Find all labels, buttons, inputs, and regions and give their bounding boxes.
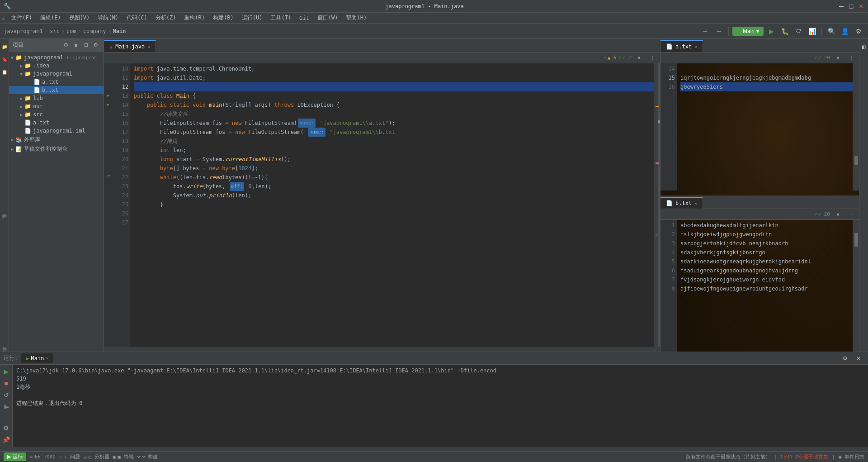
right-sidebar-btn-1[interactable]: ◧ bbox=[858, 41, 868, 52]
bottom-close-btn[interactable]: ✕ bbox=[853, 352, 864, 364]
menu-help[interactable]: 帮助(H) bbox=[342, 13, 370, 23]
profile-button[interactable]: 👤 bbox=[839, 25, 851, 37]
tree-item-atxt-root[interactable]: ▶ 📄 a.txt bbox=[9, 119, 104, 127]
btxt-more-btn[interactable]: ⋮ bbox=[845, 209, 857, 220]
bottom-h-scrollbar[interactable] bbox=[0, 447, 868, 451]
terminal-button[interactable]: ▣ ▣ 终端 bbox=[113, 453, 134, 460]
menu-tools[interactable]: 工具(T) bbox=[267, 13, 295, 23]
gutter-debug-22[interactable]: 🛡 bbox=[104, 172, 112, 181]
menu-refactor[interactable]: 重构(R) bbox=[180, 13, 208, 23]
atxt-expand-btn[interactable]: ∧ bbox=[832, 52, 844, 64]
coverage-button[interactable]: 🛡 bbox=[793, 25, 804, 37]
btxt-scroll-thumb[interactable] bbox=[854, 233, 858, 247]
tree-item-iml[interactable]: ▶ 📄 javaprogram1.iml bbox=[9, 127, 104, 135]
panel-collapse-btn[interactable]: ⊟ bbox=[82, 41, 90, 49]
breadcrumb-class[interactable]: Main bbox=[113, 28, 126, 34]
menu-window[interactable]: 窗口(W) bbox=[314, 13, 342, 23]
breadcrumb-project[interactable]: javaprogram1 bbox=[4, 28, 43, 34]
gutter-run-14[interactable]: ▶ bbox=[104, 100, 112, 109]
gutter-run-13[interactable]: ▶ bbox=[104, 90, 112, 100]
tab-atxt[interactable]: 📄 a.txt ✕ bbox=[660, 40, 703, 52]
tree-item-extlibs[interactable]: ▶ 📚 外部库 bbox=[9, 135, 104, 144]
events-label[interactable]: ◉ 事件日志 bbox=[839, 453, 864, 460]
breadcrumb-com[interactable]: com bbox=[66, 28, 76, 34]
btxt-text[interactable]: abcdesdakughewsdmlfgijenarlktn fslkjhgoe… bbox=[677, 220, 853, 352]
run-config-button[interactable]: ▶ Main ▾ bbox=[732, 27, 764, 36]
btxt-expand-btn[interactable]: ∧ bbox=[832, 209, 844, 220]
menu-code[interactable]: 代码(C) bbox=[123, 13, 151, 23]
btxt-content-3: sarpogjertnhkijdfcvb neajrkbnadrh bbox=[680, 239, 788, 248]
menu-run[interactable]: 运行(U) bbox=[238, 13, 266, 23]
atxt-h-scrollbar[interactable] bbox=[660, 191, 859, 195]
tree-item-scratch[interactable]: ▶ 📝 草稿文件和控制台 bbox=[9, 144, 104, 154]
run-ctrl-play[interactable]: ▶ bbox=[1, 367, 11, 376]
tab-btxt[interactable]: 📄 b.txt ✕ bbox=[660, 197, 703, 209]
collect-label[interactable]: 收藏 bbox=[0, 346, 9, 350]
toolbar-back-button[interactable]: ← bbox=[699, 25, 711, 37]
menu-file[interactable]: 文件(F) bbox=[8, 13, 36, 23]
expand-warnings-btn[interactable]: ∧ bbox=[633, 52, 645, 64]
build-button[interactable]: ⚒ ⚒ 构建 bbox=[137, 453, 158, 460]
panel-settings-btn[interactable]: ⚙ bbox=[92, 41, 100, 49]
tree-item-btxt[interactable]: ▶ 📄 b.txt bbox=[9, 86, 104, 94]
run-tab-close[interactable]: ✕ bbox=[46, 356, 48, 361]
tab-run-main[interactable]: ▶ Main ✕ bbox=[21, 353, 53, 363]
tab-main-java[interactable]: ☕ Main.java ✕ bbox=[104, 40, 156, 52]
code-content[interactable]: import java.time.temporal.ChronoUnit; im… bbox=[130, 63, 654, 347]
status-bar: ▶ 运行 ≡ EE TODO ⚠ ⚠ 问题 ◎ ◎ 分析器 ▣ ▣ 终端 ⚒ ⚒… bbox=[0, 451, 868, 462]
run-ctrl-resume[interactable]: ⊫ bbox=[1, 402, 11, 412]
breadcrumb-company[interactable]: company bbox=[83, 28, 106, 34]
run-button[interactable]: ▶ bbox=[765, 25, 777, 37]
run-ctrl-rerun[interactable]: ↺ bbox=[1, 390, 11, 400]
tree-item-atxt[interactable]: ▶ 📄 a.txt bbox=[9, 78, 104, 86]
panel-gear-btn[interactable]: ⚙ bbox=[62, 41, 70, 49]
profiler-button[interactable]: 📊 bbox=[806, 25, 818, 37]
bottom-settings-btn[interactable]: ⚙ bbox=[839, 352, 851, 364]
menu-view[interactable]: 视图(V) bbox=[66, 13, 94, 23]
plugins-label[interactable]: 插件 bbox=[0, 342, 9, 345]
console-output[interactable]: C:\java17\jdk-17.0.6\bin\java.exe "-java… bbox=[13, 365, 868, 447]
todo-button[interactable]: ≡ EE TODO bbox=[30, 454, 56, 460]
debug-button[interactable]: 🐛 bbox=[779, 25, 791, 37]
tree-item-javaprogram1-sub[interactable]: ▼ 📁 javaprogram1 bbox=[9, 70, 104, 78]
settings-button[interactable]: ⚙ bbox=[853, 25, 864, 37]
close-button[interactable]: ✕ bbox=[858, 3, 864, 10]
btxt-tab-close[interactable]: ✕ bbox=[694, 201, 697, 206]
run-ctrl-pin[interactable]: 📌 bbox=[1, 435, 11, 445]
status-run-btn[interactable]: ▶ 运行 bbox=[4, 452, 26, 461]
menu-edit[interactable]: 编辑(E) bbox=[37, 13, 65, 23]
scroll-thumb[interactable] bbox=[656, 233, 659, 237]
menu-navigate[interactable]: 导航(N) bbox=[94, 13, 122, 23]
atxt-more-btn[interactable]: ⋮ bbox=[845, 52, 857, 64]
menu-build[interactable]: 构建(B) bbox=[209, 13, 237, 23]
atxt-scroll-thumb[interactable] bbox=[854, 156, 858, 165]
console-line-exit: 进程已结束，退出代码为 0 bbox=[16, 399, 864, 407]
tree-root-javaprogram1[interactable]: ▼ 📁 javaprogram1 E:\javaprog bbox=[9, 53, 104, 62]
run-ctrl-settings[interactable]: ⚙ bbox=[1, 423, 11, 433]
atxt-text[interactable]: iqrjtowngoierngkjerngjeagkjebgmadbgmdabg… bbox=[677, 63, 853, 191]
problems-button[interactable]: ⚠ ⚠ 问题 bbox=[59, 453, 80, 460]
horizontal-scrollbar[interactable] bbox=[104, 347, 660, 352]
breadcrumb-src[interactable]: src bbox=[50, 28, 60, 34]
btxt-scrollbar[interactable] bbox=[853, 220, 859, 352]
structure-label[interactable]: 结构 bbox=[0, 208, 9, 212]
tree-item-src[interactable]: ▶ 📁 src bbox=[9, 110, 104, 119]
tree-item-out[interactable]: ▶ 📁 out bbox=[9, 102, 104, 110]
profiler-button-status[interactable]: ◎ ◎ 分析器 bbox=[84, 453, 109, 460]
atxt-line-15: iqrjtowngoierngkjerngjeagkjebgmadbgmdabg bbox=[680, 73, 853, 82]
menu-git[interactable]: Git bbox=[296, 14, 313, 22]
atxt-scrollbar[interactable] bbox=[853, 63, 859, 191]
toolbar-forward-button[interactable]: → bbox=[713, 25, 725, 37]
more-options-btn[interactable]: ⋮ bbox=[646, 52, 658, 64]
editor-scrollbar[interactable] bbox=[654, 63, 660, 347]
minimize-button[interactable]: ─ bbox=[838, 3, 844, 10]
main-java-close[interactable]: ✕ bbox=[147, 44, 150, 49]
run-ctrl-stop[interactable]: ■ bbox=[1, 378, 11, 388]
atxt-tab-close[interactable]: ✕ bbox=[694, 44, 697, 49]
tree-item-idea[interactable]: ▶ 📁 .idea bbox=[9, 62, 104, 70]
menu-analyze[interactable]: 分析(Z) bbox=[152, 13, 180, 23]
maximize-button[interactable]: □ bbox=[848, 3, 854, 10]
tree-item-lib[interactable]: ▶ 📁 lib bbox=[9, 94, 104, 102]
panel-sort-btn[interactable]: ≡ bbox=[72, 41, 80, 49]
search-button[interactable]: 🔍 bbox=[826, 25, 837, 37]
